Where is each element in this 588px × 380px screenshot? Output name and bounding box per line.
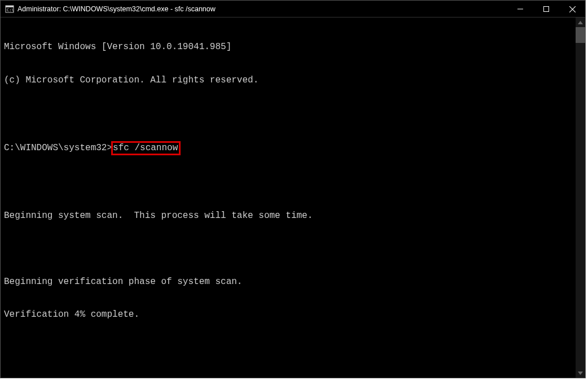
prompt-line: C:\WINDOWS\system32>sfc /scannow — [4, 141, 572, 156]
terminal-area: Microsoft Windows [Version 10.0.19041.98… — [1, 18, 585, 378]
blank-line — [4, 177, 572, 189]
svg-marker-8 — [578, 372, 583, 375]
svg-rect-1 — [6, 6, 14, 7]
minimize-button[interactable] — [507, 1, 533, 18]
prompt-text: C:\WINDOWS\system32> — [4, 143, 112, 153]
svg-rect-4 — [544, 7, 549, 12]
maximize-button[interactable] — [533, 1, 559, 18]
highlighted-command: sfc /scannow — [111, 141, 181, 156]
copyright-line: (c) Microsoft Corporation. All rights re… — [4, 75, 572, 86]
verify-begin-line: Beginning verification phase of system s… — [4, 277, 572, 288]
version-line: Microsoft Windows [Version 10.0.19041.98… — [4, 42, 572, 53]
scan-begin-line: Beginning system scan. This process will… — [4, 211, 572, 222]
terminal-output[interactable]: Microsoft Windows [Version 10.0.19041.98… — [1, 18, 576, 378]
close-button[interactable] — [559, 1, 585, 18]
titlebar[interactable]: C:\ Administrator: C:\WINDOWS\system32\c… — [1, 1, 585, 18]
window-title: Administrator: C:\WINDOWS\system32\cmd.e… — [17, 5, 507, 13]
blank-line — [4, 243, 572, 255]
vertical-scrollbar[interactable] — [576, 18, 585, 378]
window-controls — [507, 1, 585, 17]
scrollbar-thumb[interactable] — [576, 27, 585, 43]
command-text: sfc /scannow — [113, 143, 178, 153]
svg-marker-7 — [578, 21, 583, 24]
cmd-icon: C:\ — [5, 5, 14, 14]
blank-line — [4, 108, 572, 119]
scroll-up-arrow-icon[interactable] — [576, 18, 585, 27]
cmd-window: C:\ Administrator: C:\WINDOWS\system32\c… — [0, 0, 586, 378]
svg-text:C:\: C:\ — [7, 8, 14, 12]
progress-line: Verification 4% complete. — [4, 309, 572, 321]
scroll-down-arrow-icon[interactable] — [576, 368, 585, 378]
